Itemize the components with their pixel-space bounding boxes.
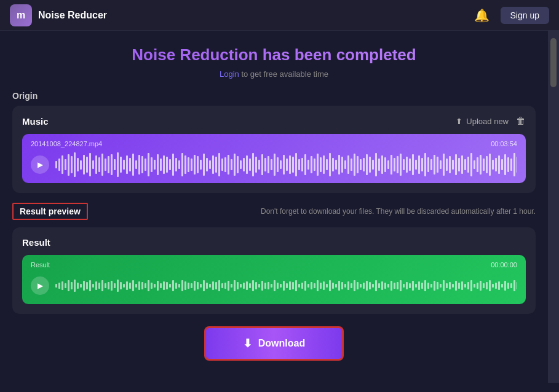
result-waveform-row: ▶ (31, 273, 517, 298)
header-left: m Noise Reducer (10, 4, 107, 26)
result-card-header: Result (22, 237, 526, 248)
trash-icon: 🗑 (516, 116, 526, 126)
origin-play-button[interactable]: ▶ (31, 155, 49, 174)
login-prompt: Login to get free available time (12, 69, 536, 79)
origin-card: Music ⬆ Upload new 🗑 20141008_224827.mp4… (12, 106, 536, 193)
play-icon: ▶ (38, 281, 43, 290)
origin-waveform-row: ▶ (31, 152, 517, 177)
header-right: 🔔 Sign up (471, 4, 549, 26)
result-preview-label: Result preview (12, 203, 88, 220)
download-label: Download (258, 338, 305, 349)
main-container: Noise Reduction has been completed Login… (0, 31, 559, 383)
scrollbar[interactable] (548, 31, 559, 383)
origin-waveform: 20141008_224827.mp4 00:03:54 ▶ (22, 134, 526, 183)
origin-card-header: Music ⬆ Upload new 🗑 (22, 116, 526, 127)
result-preview-header: Result preview Don't forget to download … (12, 203, 536, 220)
origin-duration: 00:03:54 (491, 140, 517, 147)
result-duration: 00:00:00 (491, 261, 517, 269)
content-area: Noise Reduction has been completed Login… (0, 31, 548, 383)
origin-waveform-meta: 20141008_224827.mp4 00:03:54 (31, 140, 517, 147)
result-waveform: Result 00:00:00 ▶ (22, 255, 526, 304)
delete-button[interactable]: 🗑 (516, 116, 526, 127)
download-button[interactable]: ⬇ Download (204, 326, 344, 361)
result-label: Result (31, 261, 50, 269)
origin-card-actions: ⬆ Upload new 🗑 (456, 116, 526, 127)
download-icon: ⬇ (243, 337, 252, 350)
download-section: ⬇ Download (12, 326, 536, 370)
login-link[interactable]: Login (220, 69, 239, 79)
sign-up-button[interactable]: Sign up (501, 7, 549, 24)
logo-icon: m (10, 4, 32, 26)
origin-label: Origin (12, 91, 536, 101)
upload-new-button[interactable]: ⬆ Upload new (456, 117, 509, 126)
app-title: Noise Reducer (38, 10, 107, 21)
discard-notice: Don't forget to download your files. The… (261, 207, 536, 216)
result-waveform-bars (55, 273, 517, 298)
origin-card-title: Music (22, 116, 49, 127)
origin-waveform-bars (55, 152, 517, 177)
notification-icon: 🔔 (474, 8, 490, 23)
result-play-button[interactable]: ▶ (31, 276, 49, 295)
login-prompt-suffix: to get free available time (241, 69, 328, 79)
notification-button[interactable]: 🔔 (471, 4, 493, 26)
logo-text: m (17, 10, 25, 21)
result-card: Result Result 00:00:00 ▶ (12, 227, 536, 314)
upload-icon: ⬆ (456, 117, 462, 126)
header: m Noise Reducer 🔔 Sign up (0, 0, 559, 31)
scrollbar-thumb[interactable] (550, 38, 557, 87)
result-card-title: Result (22, 237, 50, 248)
page-title: Noise Reduction has been completed (12, 45, 536, 65)
result-waveform-meta: Result 00:00:00 (31, 261, 517, 269)
play-icon: ▶ (38, 160, 43, 169)
origin-file-name: 20141008_224827.mp4 (31, 140, 102, 147)
